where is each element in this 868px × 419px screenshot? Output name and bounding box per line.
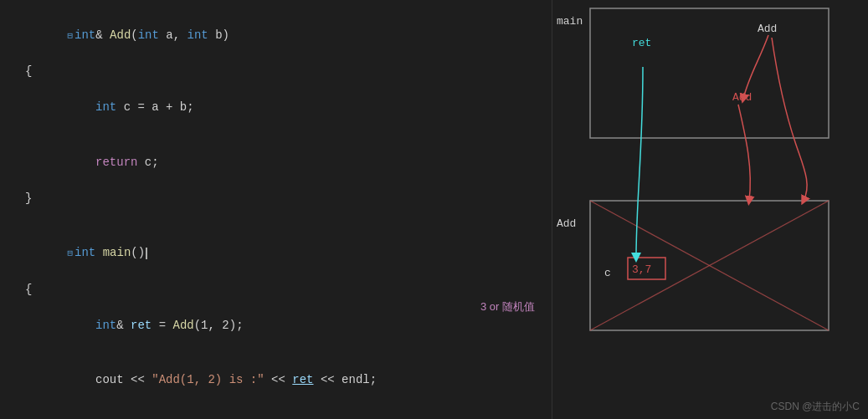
line-content-1: ⊟int& Add(int a, int b)	[22, 8, 229, 63]
code-line-3: int c = a + b;	[0, 81, 552, 135]
endl-1: << endl;	[314, 373, 378, 386]
line-content-4: return c;	[22, 135, 159, 190]
space-main	[95, 246, 102, 259]
kw-return-1: return	[95, 156, 137, 169]
indent-4	[67, 156, 95, 169]
indent-9	[67, 319, 95, 332]
diagram-svg: ret Add Add c 3,7	[552, 0, 868, 419]
paren-1: (	[131, 28, 137, 42]
eq-add: =	[152, 319, 172, 332]
code-line-2: {	[0, 63, 552, 81]
code-line-4: return c;	[0, 135, 552, 190]
param-b: b)	[208, 28, 229, 42]
indent-3	[67, 100, 95, 114]
line-content-7: ⊟int main()	[22, 227, 147, 281]
code-panel: ⊟int& Add(int a, int b) { int c = a + b;…	[0, 0, 552, 419]
indent-10	[67, 373, 95, 386]
add-internal-arrow	[743, 35, 768, 99]
line-content-3: int c = a + b;	[22, 81, 194, 135]
c-diag-label: c	[604, 267, 611, 279]
kw-int-main: int	[74, 246, 95, 259]
code-line-1: ⊟int& Add(int a, int b)	[0, 8, 552, 63]
line-content-8: {	[22, 281, 32, 299]
add-args1: (1, 2);	[194, 319, 244, 332]
kw-int-a: int	[138, 28, 159, 42]
line-content-9: int& ret = Add(1, 2);	[22, 299, 244, 353]
code-line-9: int& ret = Add(1, 2); 3 or 随机值	[0, 299, 552, 353]
diagram-panel: main Add CSDN @进击的小C ret Add Add c 3,7	[552, 0, 868, 419]
add-inner-label: Add	[732, 91, 752, 104]
kw-int-b: int	[187, 28, 208, 42]
kw-int-c: int	[95, 100, 116, 114]
add-diag-label-main: Add	[758, 23, 777, 35]
cout-1: cout <<	[95, 373, 152, 386]
line-content-2: {	[22, 63, 32, 81]
add-to-addbox-arrow1	[772, 38, 807, 201]
c-assign: c = a + b;	[116, 100, 193, 114]
ref-amp-1: &	[95, 28, 110, 42]
fn-main: main	[103, 246, 131, 259]
add-to-addbox-arrow2	[738, 105, 750, 201]
annotation-1: 3 or 随机值	[480, 299, 535, 315]
line-content-10: cout << "Add(1, 2) is :" << ret << endl;	[22, 353, 377, 407]
fn-add-1: Add	[110, 28, 131, 42]
code-line-11	[0, 407, 552, 419]
kw-int-ref: int	[95, 319, 116, 332]
var-ret: ret	[131, 319, 152, 332]
str-1: "Add(1, 2) is :"	[152, 373, 264, 386]
cursor-blink	[146, 248, 147, 259]
ret-diag-label: ret	[632, 37, 651, 49]
main-box	[590, 8, 829, 138]
line-content-5: }	[22, 190, 32, 208]
return-c: c;	[137, 156, 158, 169]
code-line-7: ⊟int main()	[0, 227, 552, 281]
amp-ret: &	[116, 319, 131, 332]
code-line-10: cout << "Add(1, 2) is :" << ret << endl;	[0, 353, 552, 407]
fold-icon-1[interactable]: ⊟	[67, 31, 73, 41]
param-a: a,	[159, 28, 187, 42]
op-1: <<	[265, 373, 293, 386]
kw-int-1: int	[74, 28, 95, 42]
main-parens: ()	[131, 246, 145, 259]
var-ret-underlined: ret	[292, 373, 313, 386]
code-line-5: }	[0, 190, 552, 208]
code-line-6	[0, 208, 552, 227]
value-label: 3,7	[632, 263, 651, 276]
fn-add-call1: Add	[173, 319, 194, 332]
code-line-8: {	[0, 281, 552, 299]
fold-icon-2[interactable]: ⊟	[67, 248, 73, 258]
